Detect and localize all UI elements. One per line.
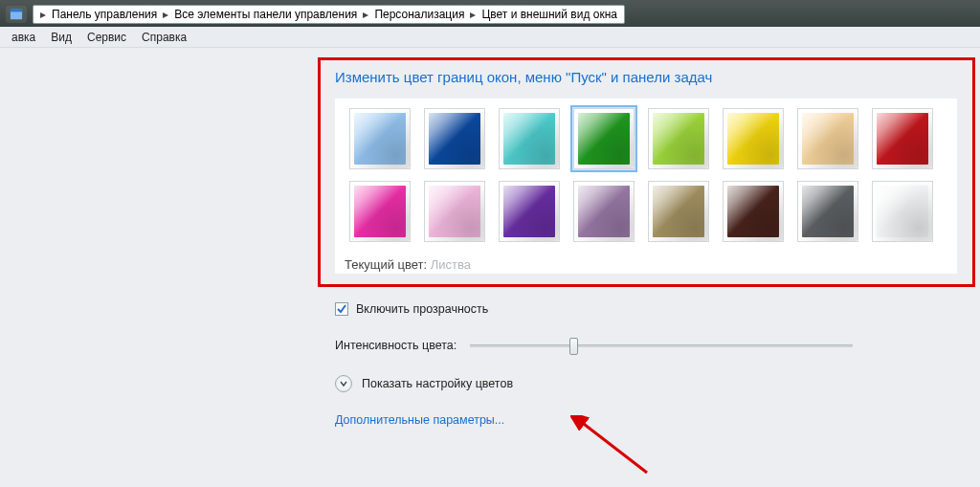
show-color-mixer-button[interactable] (335, 375, 352, 392)
color-swatch-twilight[interactable] (424, 108, 485, 169)
advanced-settings-link[interactable]: Дополнительные параметры... (335, 413, 504, 427)
crumb-all-items[interactable]: Все элементы панели управления (171, 6, 360, 23)
chevron-right-icon: ▸ (467, 6, 479, 23)
menu-bar: авка Вид Сервис Справка (0, 27, 980, 48)
color-swatch-grid: Текущий цвет: Листва (335, 99, 957, 274)
current-color-value: Листва (431, 257, 471, 272)
menu-view[interactable]: Вид (43, 27, 79, 48)
color-swatch-sea[interactable] (499, 108, 560, 169)
color-swatch-violet[interactable] (499, 181, 560, 242)
current-color-label: Текущий цвет: (345, 257, 427, 272)
svg-rect-1 (11, 10, 22, 12)
color-swatch-slate[interactable] (797, 181, 858, 242)
page-title: Изменить цвет границ окон, меню "Пуск" и… (335, 69, 957, 85)
chevron-right-icon: ▸ (360, 6, 371, 23)
transparency-label: Включить прозрачность (356, 302, 488, 316)
color-swatch-lavender[interactable] (573, 181, 635, 242)
color-swatch-pumpkin[interactable] (797, 108, 858, 169)
intensity-slider[interactable] (470, 337, 853, 354)
color-swatch-leaf[interactable] (573, 108, 635, 169)
crumb-personalization[interactable]: Персонализация (371, 6, 467, 23)
crumb-window-color[interactable]: Цвет и внешний вид окна (479, 6, 620, 23)
color-swatch-lime[interactable] (648, 108, 709, 169)
crumb-control-panel[interactable]: Панель управления (49, 6, 160, 23)
check-icon (337, 304, 346, 314)
menu-help[interactable]: Справка (134, 27, 194, 48)
color-swatch-fuchsia[interactable] (349, 181, 411, 242)
slider-thumb[interactable] (569, 338, 578, 355)
chevron-down-icon (340, 380, 347, 387)
color-swatch-blush[interactable] (424, 181, 485, 242)
address-bar: ▸ Панель управления ▸ Все элементы панел… (0, 2, 980, 27)
color-swatch-ruby[interactable] (872, 108, 933, 169)
svg-line-2 (580, 421, 647, 473)
color-swatch-taupe[interactable] (648, 181, 709, 242)
color-swatch-frost[interactable] (872, 181, 933, 242)
intensity-label: Интенсивность цвета: (335, 339, 457, 352)
chevron-right-icon: ▸ (37, 6, 49, 23)
window-icon (6, 6, 27, 23)
chevron-right-icon: ▸ (160, 6, 171, 23)
color-swatch-chocolate[interactable] (723, 181, 784, 242)
slider-track (470, 344, 853, 347)
menu-edit[interactable]: авка (4, 27, 43, 48)
menu-service[interactable]: Сервис (79, 27, 134, 48)
show-color-mixer-label: Показать настройку цветов (362, 377, 513, 390)
current-color-line: Текущий цвет: Листва (345, 257, 949, 272)
color-swatch-sky[interactable] (349, 108, 411, 169)
breadcrumb[interactable]: ▸ Панель управления ▸ Все элементы панел… (33, 5, 625, 24)
transparency-checkbox[interactable] (335, 302, 348, 316)
color-swatch-sun[interactable] (723, 108, 784, 169)
